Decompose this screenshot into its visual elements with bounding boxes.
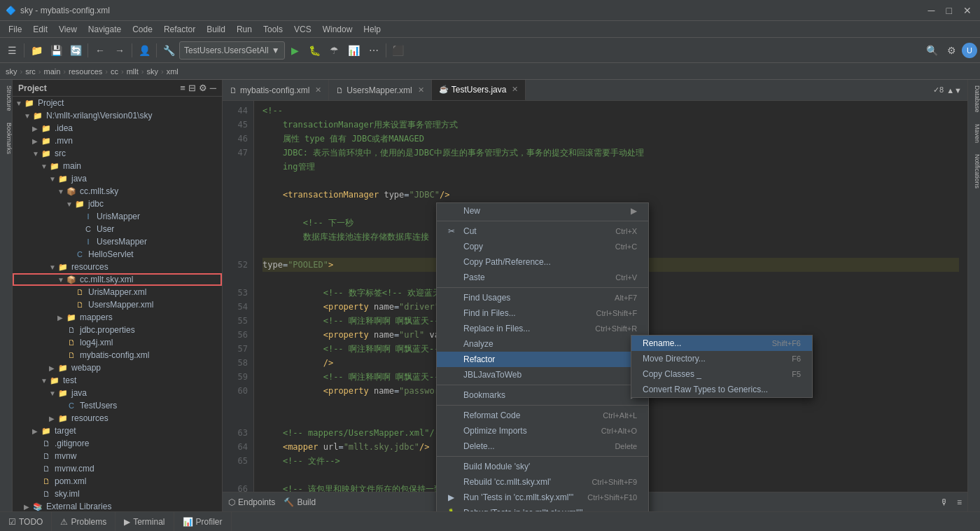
endpoints-button[interactable]: ⬡ Endpoints [228, 497, 275, 507]
maven-tab[interactable]: Maven [968, 118, 981, 149]
fold-down-icon[interactable]: ▼ [954, 86, 962, 95]
save-button[interactable]: 💾 [47, 41, 65, 60]
stop-button[interactable]: ⬛ [389, 41, 407, 60]
menubar-item-tools[interactable]: Tools [258, 21, 288, 38]
ctx-new[interactable]: New ▶ [437, 203, 648, 219]
vcs-button[interactable]: 👤 [135, 41, 153, 60]
avatar-button[interactable]: U [962, 43, 977, 58]
ctx-debug-tests[interactable]: 🐛Debug 'Tests in 'cc.mllt.sky.xml''' [437, 505, 648, 511]
tree-cc-mllt-sky-xml[interactable]: ▼ 📦 cc.mllt.sky.xml [13, 273, 222, 286]
menubar-item-file[interactable]: File [3, 21, 27, 38]
menubar-item-window[interactable]: Window [317, 21, 358, 38]
breadcrumb-mllt[interactable]: mllt [127, 67, 139, 76]
ctx-find-usages[interactable]: Find Usages Alt+F7 [437, 290, 648, 305]
breadcrumb-sky[interactable]: sky [6, 67, 18, 76]
profiler-tab[interactable]: 📊 Profiler [174, 512, 232, 532]
tree-webapp[interactable]: ▶ 📁 webapp [13, 361, 222, 374]
maximize-button[interactable]: □ [944, 5, 955, 16]
ctx-replace-in-files[interactable]: Replace in Files... Ctrl+Shift+R [437, 321, 648, 336]
tree-user[interactable]: C User [13, 223, 222, 235]
ctx-paste[interactable]: Paste Ctrl+V [437, 270, 648, 285]
tree-cc-mllt-sky[interactable]: ▼ 📦 cc.mllt.sky [13, 185, 222, 198]
notifications-tab[interactable]: Notifications [968, 149, 981, 194]
ctx-delete[interactable]: Delete... Delete [437, 439, 648, 454]
build-config-button[interactable]: 🔧 [160, 41, 178, 60]
tree-resources[interactable]: ▼ 📁 resources [13, 261, 222, 273]
menubar-item-help[interactable]: Help [358, 21, 386, 38]
tree-log4j[interactable]: 🗋 log4j.xml [13, 336, 222, 349]
forward-button[interactable]: → [111, 41, 129, 60]
breadcrumb-sky[interactable]: sky [146, 67, 158, 76]
minimize-button[interactable]: ─ [925, 5, 938, 16]
tree-jdbc-properties[interactable]: 🗋 jdbc.properties [13, 324, 222, 336]
tree-gitignore[interactable]: 🗋 .gitignore [13, 437, 222, 450]
expand-button[interactable]: ≡ [957, 497, 962, 507]
tree-main[interactable]: ▼ 📁 main [13, 160, 222, 172]
ctx-bookmarks[interactable]: Bookmarks ▶ [437, 387, 648, 403]
tree-sky-iml[interactable]: 🗋 sky.iml [13, 488, 222, 500]
tree-src[interactable]: ▼ 📁 src [13, 147, 222, 160]
ctx-analyze[interactable]: Analyze ▶ [437, 336, 648, 352]
submenu-move-directory[interactable]: Move Directory... F6 [631, 351, 812, 366]
profile-button[interactable]: 📊 [345, 41, 363, 60]
tree-test-resources[interactable]: ▶ 📁 resources [13, 412, 222, 425]
build-button[interactable]: 🔨 Build [284, 497, 316, 507]
tree-test[interactable]: ▼ 📁 test [13, 374, 222, 387]
tree-uris-mapper[interactable]: I UrisMapper [13, 210, 222, 223]
tree-java[interactable]: ▼ 📁 java [13, 172, 222, 185]
tab-close-mybatis[interactable]: ✕ [315, 85, 321, 95]
ctx-cut[interactable]: ✂Cut Ctrl+X [437, 223, 648, 239]
tree-users-mapper-xml[interactable]: 🗋 UsersMapper.xml [13, 298, 222, 311]
tree-test-users[interactable]: C TestUsers [13, 399, 222, 412]
submenu-convert-raw[interactable]: Convert Raw Types to Generics... [631, 382, 812, 397]
tab-close-users-mapper[interactable]: ✕ [418, 85, 424, 95]
tree-jdbc[interactable]: ▼ 📁 jdbc [13, 198, 222, 210]
sidebar-settings-icon[interactable]: ⚙ [199, 83, 207, 93]
bookmarks-tab[interactable]: Bookmarks [0, 117, 13, 160]
sidebar-expand-icon[interactable]: ≡ [180, 83, 186, 93]
menubar-item-build[interactable]: Build [201, 21, 231, 38]
menubar-item-view[interactable]: View [53, 21, 83, 38]
main-menu-button[interactable]: ☰ [3, 41, 21, 60]
menubar-item-run[interactable]: Run [231, 21, 258, 38]
search-everywhere-button[interactable]: 🔍 [923, 41, 941, 60]
tree-test-java[interactable]: ▼ 📁 java [13, 387, 222, 399]
tree-mybatis-config[interactable]: 🗋 mybatis-config.xml [13, 349, 222, 361]
debug-button[interactable]: 🐛 [306, 41, 324, 60]
menubar-item-edit[interactable]: Edit [27, 21, 53, 38]
voice-button[interactable]: 🎙 [940, 497, 948, 507]
problems-tab[interactable]: ⚠ Problems [52, 512, 115, 532]
back-button[interactable]: ← [91, 41, 109, 60]
tree-uris-mapper-xml[interactable]: 🗋 UrisMapper.xml [13, 286, 222, 298]
terminal-tab[interactable]: ▶ Terminal [115, 512, 174, 532]
breadcrumb-resources[interactable]: resources [69, 67, 102, 76]
tree-hello-servlet[interactable]: C HelloServlet [13, 248, 222, 261]
tree-project[interactable]: ▼ 📁 Project [13, 97, 222, 109]
todo-tab[interactable]: ☑ TODO [0, 512, 52, 532]
run-button[interactable]: ▶ [286, 41, 304, 60]
database-tab[interactable]: Database [968, 80, 981, 118]
ctx-refactor[interactable]: Refactor ▶ [437, 352, 648, 367]
tree-mappers[interactable]: ▶ 📁 mappers [13, 311, 222, 324]
tree-mvnw[interactable]: 🗋 mvnw [13, 450, 222, 462]
breadcrumb-cc[interactable]: cc [111, 67, 118, 76]
breadcrumb-main[interactable]: main [44, 67, 61, 76]
folding-icon[interactable]: ✓8 [933, 85, 944, 95]
tree-mvnw-cmd[interactable]: 🗋 mvnw.cmd [13, 462, 222, 475]
ctx-reformat[interactable]: Reformat Code Ctrl+Alt+L [437, 408, 648, 423]
menubar-item-code[interactable]: Code [127, 21, 158, 38]
menubar-item-navigate[interactable]: Navigate [83, 21, 127, 38]
run-config-dropdown[interactable]: TestUsers.UsersGetAll ▼ [179, 41, 285, 60]
tree-mvn[interactable]: ▶ 📁 .mvn [13, 135, 222, 147]
ctx-find-in-files[interactable]: Find in Files... Ctrl+Shift+F [437, 305, 648, 321]
ctx-copy-path[interactable]: Copy Path/Reference... [437, 254, 648, 270]
tree-idea[interactable]: ▶ 📁 .idea [13, 122, 222, 135]
ctx-jbl-java-to-web[interactable]: JBLJavaToWeb [437, 367, 648, 382]
breadcrumb-src[interactable]: src [25, 67, 36, 76]
tab-users-mapper[interactable]: 🗋 UsersMapper.xml ✕ [329, 80, 431, 101]
settings-button[interactable]: ⚙ [942, 41, 960, 60]
sync-button[interactable]: 🔄 [66, 41, 85, 60]
tree-external-libraries[interactable]: ▶ 📚 External Libraries [13, 500, 222, 511]
ctx-optimize-imports[interactable]: Optimize Imports Ctrl+Alt+O [437, 423, 648, 439]
open-button[interactable]: 📁 [27, 41, 46, 60]
